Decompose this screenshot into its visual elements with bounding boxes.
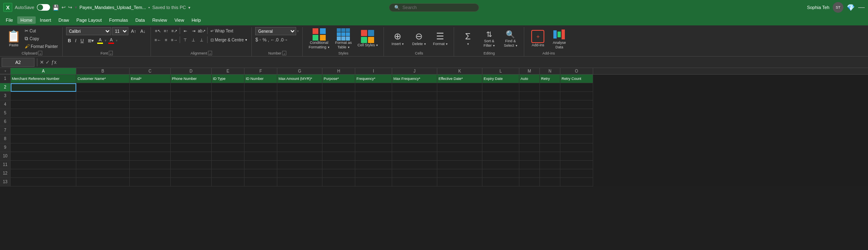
font-name-select[interactable]: Calibri <box>66 27 111 35</box>
align-right-button[interactable]: ≡→ <box>171 36 178 43</box>
cell-G1[interactable]: Max Amount (MYR)* <box>277 75 322 83</box>
quick-access-dropdown[interactable]: ▾ <box>75 5 77 10</box>
col-header-G[interactable]: G <box>277 68 322 74</box>
cell-F2[interactable] <box>244 83 277 92</box>
cell-J2[interactable] <box>392 83 437 92</box>
percent-button[interactable]: % <box>263 37 267 42</box>
col-header-D[interactable]: D <box>171 68 212 74</box>
menu-insert[interactable]: Insert <box>37 16 55 24</box>
menu-review[interactable]: Review <box>149 16 170 24</box>
analyse-data-button[interactable]: AnalyseData <box>549 27 569 50</box>
font-size-select[interactable]: 11 <box>112 27 128 35</box>
row-num-6[interactable]: 6 <box>0 118 11 126</box>
row-num-9[interactable]: 9 <box>0 143 11 152</box>
menu-home[interactable]: Home <box>17 16 36 24</box>
menu-formulas[interactable]: Formulas <box>106 16 131 24</box>
row-num-3[interactable]: 3 <box>0 92 11 100</box>
row-num-10[interactable]: 10 <box>0 152 11 161</box>
format-as-table-button[interactable]: Format asTable ▾ <box>333 27 354 50</box>
underline-button[interactable]: U <box>79 37 85 44</box>
menu-view[interactable]: View <box>171 16 187 24</box>
cell-N1[interactable]: Retry <box>540 75 560 83</box>
cell-H1[interactable]: Purpose* <box>322 75 355 83</box>
redo-icon[interactable]: ↪ <box>68 5 72 10</box>
cell-J1[interactable]: Max Frequency* <box>392 75 437 83</box>
increase-decimal-button[interactable]: .0→ <box>280 37 288 42</box>
col-header-E[interactable]: E <box>212 68 244 74</box>
increase-font-button[interactable]: A↑ <box>129 27 138 35</box>
cell-L1[interactable]: Expiry Date <box>482 75 519 83</box>
undo-icon[interactable]: ↩ <box>62 5 66 10</box>
align-left-button[interactable]: ≡← <box>154 36 162 43</box>
col-header-C[interactable]: C <box>130 68 171 74</box>
find-select-button[interactable]: 🔍 Find &Select ▾ <box>500 27 521 50</box>
comma-button[interactable]: , <box>268 37 269 42</box>
cell-O2[interactable] <box>560 83 593 92</box>
italic-button[interactable]: I <box>73 37 78 44</box>
cell-C1[interactable]: Email* <box>130 75 171 83</box>
sum-button[interactable]: Σ ▾ <box>457 27 478 50</box>
sort-filter-button[interactable]: ⇅ Sort &Filter ▾ <box>479 27 499 50</box>
bold-button[interactable]: B <box>66 37 73 44</box>
search-bar[interactable]: 🔍 <box>389 3 479 12</box>
merge-centre-arrow[interactable]: ▾ <box>245 38 247 42</box>
col-header-O[interactable]: O <box>560 68 593 74</box>
cell-A3[interactable] <box>11 92 76 100</box>
menu-help[interactable]: Help <box>188 16 204 24</box>
wrap-text-button[interactable]: ↵ Wrap Text <box>209 27 235 34</box>
cell-A1[interactable]: Merchant Reference Number <box>11 75 76 83</box>
row-num-5[interactable]: 5 <box>0 109 11 118</box>
col-header-N[interactable]: N <box>540 68 560 74</box>
font-color-arrow[interactable]: ▾ <box>116 39 118 43</box>
col-header-J[interactable]: J <box>392 68 437 74</box>
format-painter-button[interactable]: 🖌 Format Painter <box>23 43 59 50</box>
cell-D1[interactable]: Phone Number <box>171 75 212 83</box>
col-header-B[interactable]: B <box>76 68 130 74</box>
cell-F1[interactable]: ID Number <box>244 75 277 83</box>
col-header-L[interactable]: L <box>482 68 519 74</box>
alignment-expand-icon[interactable]: ⌟ <box>208 51 212 55</box>
confirm-formula-icon[interactable]: ✓ <box>46 59 50 65</box>
cell-reference-input[interactable] <box>2 58 34 67</box>
cell-E2[interactable] <box>212 83 244 92</box>
cell-E1[interactable]: ID Type <box>212 75 244 83</box>
cell-K1[interactable]: Effective Date* <box>437 75 482 83</box>
col-header-F[interactable]: F <box>244 68 277 74</box>
cut-button[interactable]: ✂ Cut <box>23 27 59 34</box>
row-corner[interactable]: ▾ <box>0 68 11 74</box>
cell-K2[interactable] <box>437 83 482 92</box>
cancel-formula-icon[interactable]: ✕ <box>40 59 44 65</box>
insert-function-icon[interactable]: ƒx <box>51 59 57 65</box>
select-all-icon[interactable]: ▾ <box>0 68 10 74</box>
number-format-select[interactable]: General <box>255 27 296 35</box>
cell-N2[interactable] <box>540 83 560 92</box>
fill-color-arrow[interactable]: ▾ <box>105 39 107 43</box>
autosave-toggle[interactable] <box>37 4 50 11</box>
format-button[interactable]: ☰ Format ▾ <box>430 27 450 50</box>
cell-D2[interactable] <box>171 83 212 92</box>
col-header-K[interactable]: K <box>437 68 482 74</box>
rewards-icon[interactable]: 💎 <box>847 4 855 11</box>
cell-C2[interactable] <box>130 83 171 92</box>
align-top-button[interactable]: ⊤ <box>182 36 189 43</box>
add-ins-button[interactable]: + Add-ins <box>528 27 548 50</box>
delete-button[interactable]: ⊖ Delete ▾ <box>409 27 429 50</box>
align-bottom-button[interactable]: ⊥ <box>198 36 206 43</box>
row-num-8[interactable]: 8 <box>0 135 11 143</box>
insert-button[interactable]: ⊕ Insert ▾ <box>387 27 408 50</box>
row-num-4[interactable]: 4 <box>0 100 11 109</box>
col-header-I[interactable]: I <box>355 68 392 74</box>
cell-B1[interactable]: Customer Name* <box>76 75 130 83</box>
cell-M1[interactable]: Auto <box>519 75 540 83</box>
menu-file[interactable]: File <box>2 16 16 24</box>
font-color-button[interactable]: A <box>107 37 115 44</box>
menu-page-layout[interactable]: Page Layout <box>73 16 105 24</box>
row-num-7[interactable]: 7 <box>0 126 11 135</box>
align-top-center-button[interactable]: ≡↑ <box>162 27 170 34</box>
increase-indent-button[interactable]: ⇥ <box>190 27 197 34</box>
cell-G2[interactable] <box>277 83 322 92</box>
decrease-decimal-button[interactable]: ←.0 <box>270 37 279 42</box>
fill-color-button[interactable]: A <box>96 37 104 44</box>
col-header-M[interactable]: M <box>519 68 540 74</box>
font-expand-icon[interactable]: ⌟ <box>109 51 113 55</box>
